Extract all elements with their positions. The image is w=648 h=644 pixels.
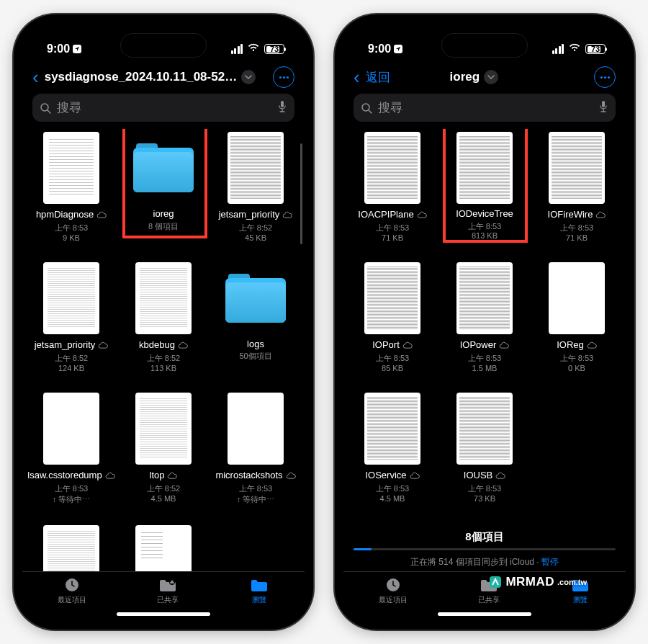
item-size: 71 KB: [382, 233, 403, 242]
item-size: 124 KB: [58, 364, 84, 372]
location-icon: [73, 45, 81, 53]
search-input[interactable]: 搜尋: [354, 94, 616, 122]
back-label[interactable]: 返回: [366, 69, 390, 86]
document-thumb-icon: [228, 132, 284, 204]
search-icon: [40, 102, 51, 114]
tab-shared[interactable]: 已共享: [157, 576, 179, 605]
dictation-icon[interactable]: [277, 100, 287, 116]
home-indicator[interactable]: [438, 612, 531, 616]
document-thumb-icon: [228, 393, 284, 465]
title-chevron-icon[interactable]: [484, 70, 498, 84]
cloud-icon: [402, 339, 413, 352]
item-name: IOReg: [557, 339, 584, 351]
file-item[interactable]: [27, 525, 116, 571]
more-button[interactable]: [594, 66, 616, 88]
item-time: 上午 8:52: [239, 223, 272, 233]
item-name: IOPort: [372, 339, 400, 351]
file-item[interactable]: jetsam_priority上午 8:52124 KB: [27, 262, 116, 372]
file-item[interactable]: jetsam_priority上午 8:5245 KB: [211, 132, 300, 242]
document-thumb-icon: [43, 525, 99, 571]
pause-button[interactable]: 暫停: [541, 557, 559, 567]
cloud-icon: [105, 469, 115, 482]
cloud-icon: [499, 339, 509, 352]
folder-title[interactable]: ioreg: [450, 70, 480, 84]
file-item[interactable]: IOService上午 8:534.5 MB: [348, 393, 437, 503]
svg-rect-2: [281, 101, 284, 107]
file-item[interactable]: IOReg上午 8:530 KB: [532, 262, 621, 372]
item-time: 上午 8:53: [55, 223, 88, 233]
cloud-icon: [410, 469, 420, 482]
document-thumb-icon: [456, 262, 513, 334]
watermark-logo-icon: [488, 575, 503, 589]
item-size: ↑ 等待中⋯: [237, 494, 275, 505]
item-time: 上午 8:53: [376, 483, 409, 494]
item-name: logs: [247, 339, 264, 350]
tab-browse[interactable]: 瀏覽: [249, 576, 269, 605]
folder-item[interactable]: logs50個項目: [211, 262, 300, 372]
sync-progress: [354, 548, 616, 550]
file-item[interactable]: IOUSB上午 8:5373 KB: [440, 393, 529, 503]
file-item[interactable]: ltop上午 8:524.5 MB: [119, 393, 208, 505]
item-size: 71 KB: [566, 233, 588, 242]
document-thumb-icon: [549, 262, 605, 334]
item-size: ↑ 等待中⋯: [53, 494, 91, 505]
folder-title[interactable]: sysdiagnose_2024.10.11_08-52…: [45, 70, 237, 84]
highlight-box: [443, 129, 528, 243]
cloud-icon: [495, 469, 505, 482]
document-thumb-icon: [456, 393, 513, 465]
nav-bar: ‹ 返回 ioreg: [343, 62, 626, 94]
item-size: 85 KB: [382, 364, 403, 372]
wifi-icon: [568, 43, 581, 55]
status-time: 9:00: [368, 43, 391, 55]
home-indicator[interactable]: [117, 612, 210, 616]
folder-thumb-icon: [225, 274, 286, 323]
back-button[interactable]: ‹: [32, 68, 39, 86]
dynamic-island: [120, 33, 207, 58]
item-time: 50個項目: [239, 351, 271, 362]
item-time: 上午 8:53: [560, 223, 593, 233]
file-item[interactable]: IOACPIPlane上午 8:5371 KB: [348, 132, 437, 242]
shared-folder-icon: [158, 576, 178, 594]
item-size: 45 KB: [245, 233, 266, 242]
tab-recent[interactable]: 最近項目: [379, 576, 408, 605]
item-size: 113 KB: [150, 364, 176, 372]
document-thumb-icon: [135, 262, 192, 334]
cloud-icon: [96, 208, 107, 221]
sync-status: 正在將 514 個項目同步到 iCloud · 暫停: [343, 550, 626, 571]
item-size: 73 KB: [474, 494, 495, 503]
tab-recent[interactable]: 最近項目: [58, 576, 86, 605]
item-time: 上午 8:53: [468, 483, 501, 494]
item-name: IOFireWire: [548, 209, 593, 220]
item-time: 上午 8:53: [376, 353, 409, 364]
document-thumb-icon: [549, 132, 605, 204]
wifi-icon: [247, 43, 260, 55]
item-time: 上午 8:53: [55, 483, 88, 494]
iphone-left: 9:00 73 ‹ sysdiagnose_2024.10.11_08-52…: [14, 14, 313, 630]
scroll-indicator[interactable]: [300, 143, 302, 244]
file-item[interactable]: [119, 525, 208, 571]
cloud-icon: [98, 339, 108, 352]
clock-icon: [62, 576, 82, 594]
search-placeholder: 搜尋: [378, 99, 593, 116]
file-item[interactable]: hpmDiagnose上午 8:539 KB: [27, 132, 116, 242]
dictation-icon[interactable]: [598, 100, 608, 116]
file-item[interactable]: microstackshots上午 8:53↑ 等待中⋯: [211, 393, 300, 505]
cloud-icon: [167, 469, 177, 482]
item-time: 上午 8:53: [560, 353, 593, 364]
watermark: MRMAD.com.tw: [488, 575, 587, 589]
location-icon: [394, 45, 402, 53]
back-button[interactable]: ‹: [354, 68, 360, 86]
search-input[interactable]: 搜尋: [32, 94, 294, 122]
file-item[interactable]: IOFireWire上午 8:5371 KB: [532, 132, 621, 242]
document-thumb-icon: [43, 132, 99, 204]
file-item[interactable]: kbdebug上午 8:52113 KB: [119, 262, 208, 372]
item-size: 4.5 MB: [151, 494, 176, 503]
cloud-icon: [286, 469, 296, 482]
file-item[interactable]: lsaw.csstoredump上午 8:53↑ 等待中⋯: [27, 393, 116, 505]
file-item[interactable]: IOPort上午 8:5385 KB: [348, 262, 437, 372]
nav-bar: ‹ sysdiagnose_2024.10.11_08-52…: [22, 62, 305, 94]
file-item[interactable]: IOPower上午 8:531.5 MB: [440, 262, 529, 372]
svg-rect-8: [602, 101, 605, 107]
more-button[interactable]: [273, 66, 294, 88]
title-chevron-icon[interactable]: [241, 70, 256, 84]
